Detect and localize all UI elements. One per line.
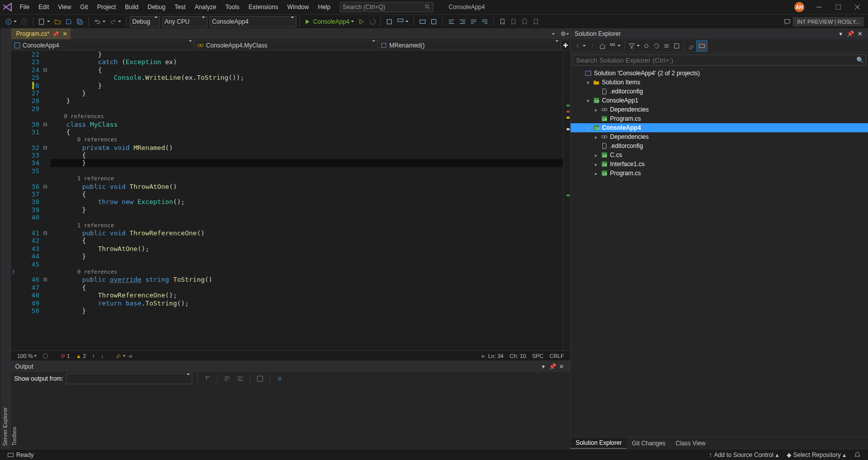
overview-ruler[interactable] — [563, 50, 570, 350]
output-align-icon[interactable] — [235, 373, 246, 384]
warning-count[interactable]: ▲2 — [73, 353, 89, 359]
bookmark-icon[interactable] — [497, 16, 508, 27]
document-tab[interactable]: Program.cs* 📌 ✕ — [11, 28, 71, 39]
se-preview-button[interactable] — [696, 40, 707, 52]
se-sync-button[interactable] — [641, 40, 651, 52]
se-bottom-tab-solution-explorer[interactable]: Solution Explorer — [571, 437, 627, 449]
startup-project-dropdown[interactable]: ConsoleApp4 — [210, 16, 296, 27]
code-cleanup-button[interactable]: ▾ — [113, 353, 128, 359]
nav-type-dropdown[interactable]: ConsoleApp4.MyClass — [194, 40, 378, 50]
open-file-button[interactable] — [52, 16, 63, 27]
code-editor[interactable]: ⤴ 22232425262728293031323334353637383940… — [11, 50, 570, 350]
solution-config-dropdown[interactable]: Debug — [130, 16, 160, 27]
se-back-button[interactable] — [573, 40, 587, 52]
comment-icon[interactable] — [468, 16, 479, 27]
tree-node[interactable]: ▾C#ConsoleApp1 — [571, 96, 868, 105]
solution-platform-dropdown[interactable]: Any CPU — [162, 16, 208, 27]
menu-extensions[interactable]: Extensions — [244, 0, 283, 14]
tree-node[interactable]: .editorconfig — [571, 141, 868, 150]
search-box[interactable]: Search (Ctrl+Q) — [340, 2, 433, 12]
menu-analyze[interactable]: Analyze — [190, 0, 221, 14]
save-all-button[interactable] — [74, 16, 85, 27]
maximize-button[interactable] — [830, 0, 847, 14]
undo-button[interactable] — [92, 16, 108, 27]
se-close-icon[interactable]: ✕ — [856, 30, 864, 38]
start-debug-button[interactable]: ConsoleApp4 — [302, 16, 356, 27]
output-toggle-icon[interactable] — [254, 373, 266, 384]
se-bottom-tab-git-changes[interactable]: Git Changes — [627, 437, 671, 449]
tree-node[interactable]: ▸C#Interface1.cs — [571, 160, 868, 169]
close-button[interactable] — [849, 0, 866, 14]
step-over-icon[interactable] — [395, 16, 411, 27]
save-button[interactable] — [63, 16, 74, 27]
menu-help[interactable]: Help — [314, 0, 335, 14]
select-repo-button[interactable]: ◆ Select Repository ▴ — [783, 451, 850, 458]
tree-node[interactable]: ▸C#Program.cs — [571, 169, 868, 178]
output-dropdown-icon[interactable]: ▾ — [539, 362, 548, 371]
tree-node[interactable]: ▸C#C.cs — [571, 150, 868, 160]
se-pin-icon[interactable]: 📌 — [846, 30, 854, 38]
redo-button[interactable] — [108, 16, 123, 27]
tree-node[interactable]: ▸Dependencies — [571, 105, 868, 114]
menu-tools[interactable]: Tools — [221, 0, 244, 14]
output-clear-icon[interactable] — [202, 373, 213, 384]
nav-split-button[interactable]: ✚ — [561, 40, 570, 50]
hot-reload-button[interactable] — [367, 16, 378, 27]
nav-member-dropdown[interactable]: MRenamed() — [378, 40, 561, 50]
output-settings-icon[interactable] — [274, 373, 285, 384]
uncomment-icon[interactable] — [479, 16, 490, 27]
doc-tabs-settings-button[interactable]: ⚙ — [559, 28, 570, 39]
error-nav-up[interactable]: ↑ — [89, 353, 98, 359]
menu-view[interactable]: View — [54, 0, 76, 14]
se-bottom-tab-class-view[interactable]: Class View — [671, 437, 710, 449]
step-into-icon[interactable] — [384, 16, 395, 27]
menu-edit[interactable]: Edit — [34, 0, 54, 14]
doc-tabs-overflow-button[interactable] — [548, 28, 559, 39]
caret-line[interactable]: Ln: 34 — [485, 353, 507, 359]
editor-health-icon[interactable] — [39, 353, 52, 359]
tb-icon-1[interactable] — [417, 16, 428, 27]
menu-window[interactable]: Window — [283, 0, 314, 14]
se-collapse-button[interactable] — [661, 40, 672, 52]
tree-node[interactable]: ▸Dependencies — [571, 132, 868, 141]
minimize-button[interactable] — [810, 0, 828, 14]
tree-node[interactable]: Solution 'ConsoleApp4' (2 of 2 projects) — [571, 69, 868, 78]
se-search-box[interactable]: 🔍 — [573, 55, 866, 66]
se-views-button[interactable] — [607, 40, 622, 52]
tree-node[interactable]: ▾Solution Items — [571, 78, 868, 87]
back-button[interactable] — [3, 16, 19, 27]
forward-button[interactable] — [19, 16, 30, 27]
notifications-button[interactable] — [850, 451, 865, 458]
user-avatar[interactable]: AH — [794, 2, 804, 12]
se-fwd-button[interactable] — [587, 40, 597, 52]
output-pin-icon[interactable]: 📌 — [548, 362, 557, 371]
tb-icon-2[interactable] — [428, 16, 439, 27]
tree-node[interactable]: C#Program.cs — [571, 114, 868, 123]
tree-node[interactable]: .editorconfig — [571, 87, 868, 96]
se-home-button[interactable] — [597, 40, 607, 52]
tree-node[interactable]: ▾C#ConsoleApp4 — [571, 123, 868, 132]
se-properties-button[interactable] — [686, 40, 696, 52]
side-tab-server-explorer[interactable]: Server Explorer — [1, 28, 10, 449]
menu-project[interactable]: Project — [92, 0, 120, 14]
caret-col[interactable]: Ch: 10 — [506, 353, 529, 359]
whitespace-mode[interactable]: SPC — [529, 353, 547, 359]
new-project-button[interactable] — [36, 16, 52, 27]
menu-git[interactable]: Git — [76, 0, 92, 14]
bookmark-prev-icon[interactable] — [508, 16, 519, 27]
output-source-dropdown[interactable] — [66, 373, 192, 384]
menu-test[interactable]: Test — [170, 0, 190, 14]
se-search-input[interactable] — [573, 55, 866, 66]
nav-scope-dropdown[interactable]: ConsoleApp4 — [11, 40, 194, 50]
output-wrap-icon[interactable] — [222, 373, 233, 384]
se-filter-button[interactable] — [627, 40, 641, 52]
indent-more-icon[interactable] — [457, 16, 468, 27]
solution-tree[interactable]: Solution 'ConsoleApp4' (2 of 2 projects)… — [571, 68, 868, 437]
feedback-icon[interactable] — [782, 16, 793, 27]
bookmark-next-icon[interactable] — [519, 16, 530, 27]
se-refresh-button[interactable] — [651, 40, 661, 52]
close-tab-icon[interactable]: ✕ — [62, 31, 68, 37]
se-dropdown-icon[interactable]: ▾ — [837, 30, 845, 38]
bookmark-clear-icon[interactable] — [530, 16, 541, 27]
menu-file[interactable]: File — [15, 0, 34, 14]
